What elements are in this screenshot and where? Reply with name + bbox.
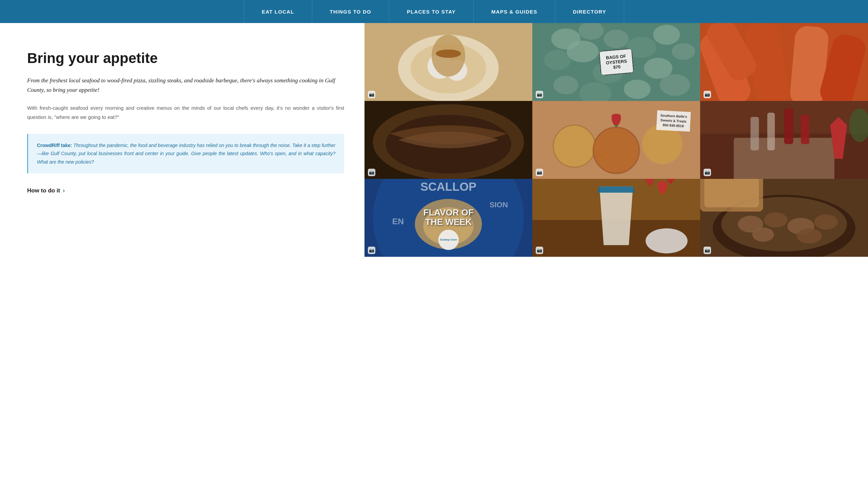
photo-cell-1: 📷 — [364, 23, 532, 101]
svg-rect-42 — [784, 108, 793, 144]
photo-bg-6 — [700, 101, 868, 179]
instagram-icon-2: 📷 — [536, 91, 543, 98]
svg-text:SION: SION — [490, 201, 508, 209]
left-panel: Bring your appetite From the freshest lo… — [0, 23, 364, 479]
instagram-icon-4: 📷 — [368, 169, 375, 176]
instagram-icon-6: 📷 — [704, 169, 711, 176]
svg-text:SCALLOP: SCALLOP — [420, 180, 476, 193]
instagram-icon-1: 📷 — [368, 91, 375, 98]
svg-point-6 — [436, 49, 461, 58]
photo-cell-3: 📷 — [700, 23, 868, 101]
svg-point-14 — [653, 25, 680, 45]
main-nav: EAT LOCAL THINGS TO DO PLACES TO STAY MA… — [0, 0, 868, 23]
oysters-price-label: BAGS OF OYSTERS $70 — [599, 48, 634, 76]
southern-belle-line3: 850-930-8518 — [659, 123, 686, 129]
southern-belle-sign: Southern Belle's Sweets & Treats 850-930… — [656, 110, 690, 131]
svg-point-59 — [764, 212, 787, 228]
svg-point-21 — [660, 74, 690, 96]
nav-places-to-stay[interactable]: PLACES TO STAY — [389, 0, 474, 23]
how-to-label: How to do it — [27, 187, 60, 194]
how-to-arrow-icon: › — [63, 187, 65, 194]
svg-rect-39 — [734, 138, 834, 179]
svg-point-18 — [553, 76, 578, 94]
svg-point-20 — [624, 80, 651, 99]
instagram-icon-7: 📷 — [368, 247, 375, 254]
instagram-icon-8: 📷 — [536, 247, 543, 254]
svg-text:EN: EN — [392, 217, 404, 226]
scallop-badge: Scallop Cove — [438, 230, 459, 250]
photo-cell-9: 📷 — [700, 179, 868, 257]
nav-eat-local[interactable]: EAT LOCAL — [244, 0, 312, 23]
svg-rect-41 — [767, 113, 775, 150]
photo-cell-5: Southern Belle's Sweets & Treats 850-930… — [532, 101, 700, 179]
photo-bg-4 — [364, 101, 532, 179]
flavor-line2: THE WEEK — [423, 217, 474, 227]
instagram-icon-3: 📷 — [704, 91, 711, 98]
photo-bg-3 — [700, 23, 868, 101]
nav-things-to-do[interactable]: THINGS TO DO — [312, 0, 389, 23]
photo-cell-2: BAGS OF OYSTERS $70 📷 — [532, 23, 700, 101]
intro-italic-text: From the freshest local seafood to wood-… — [27, 76, 344, 95]
svg-point-11 — [567, 41, 599, 62]
svg-point-15 — [672, 43, 695, 60]
flavor-line1: FLAVOR OF — [423, 208, 474, 217]
photo-cell-8: 📷 — [532, 179, 700, 257]
page-heading: Bring your appetite — [27, 50, 344, 66]
svg-point-62 — [752, 227, 774, 242]
photo-grid: 📷 — [364, 23, 868, 479]
nav-directory[interactable]: DIRECTORY — [555, 0, 624, 23]
photo-cell-6: 📷 — [700, 101, 868, 179]
crowdriff-label: CrowdRiff take: — [37, 143, 72, 148]
photo-cell-4: 📷 — [364, 101, 532, 179]
how-to-link[interactable]: How to do it › — [27, 187, 344, 194]
photo-bg-9 — [700, 179, 868, 257]
crowdriff-body: Throughout the pandemic, the food and be… — [37, 143, 335, 165]
instagram-icon-9: 📷 — [704, 247, 711, 254]
flavor-overlay: FLAVOR OF THE WEEK Scallop Cove — [423, 208, 474, 250]
photo-bg-1 — [364, 23, 532, 101]
svg-point-63 — [797, 228, 822, 244]
svg-point-61 — [814, 214, 838, 230]
svg-point-54 — [646, 228, 688, 253]
photo-cell-7: SCALLOP SION EN FLAVOR OF THE WEEK Scall… — [364, 179, 532, 257]
svg-rect-65 — [704, 179, 759, 207]
svg-point-12 — [604, 30, 629, 48]
svg-rect-43 — [801, 115, 809, 144]
main-content: Bring your appetite From the freshest lo… — [0, 23, 868, 479]
photo-bg-8 — [532, 179, 700, 257]
nav-maps-guides[interactable]: MAPS & GUIDES — [474, 0, 555, 23]
intro-normal-text: With fresh-caught seafood every morning … — [27, 104, 344, 122]
svg-rect-40 — [751, 117, 759, 150]
crowdriff-callout: CrowdRiff take: Throughout the pandemic,… — [27, 134, 344, 174]
instagram-icon-5: 📷 — [536, 169, 543, 176]
